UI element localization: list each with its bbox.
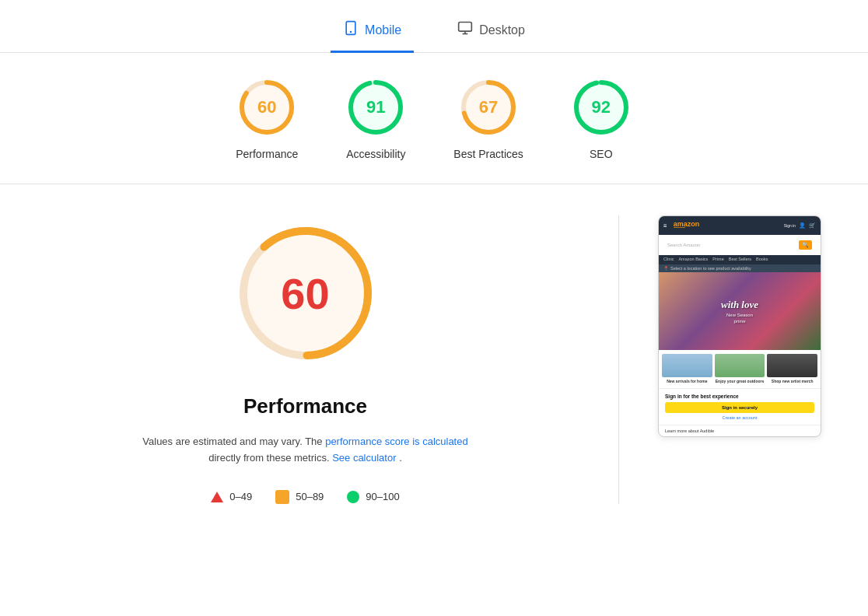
legend-square-icon xyxy=(275,490,289,504)
legend: 0–49 50–89 90–100 xyxy=(211,490,399,504)
signin-button[interactable]: Sign in securely xyxy=(665,402,814,413)
phone-category-3: Shop new artist merch xyxy=(767,354,817,384)
score-value-seo: 92 xyxy=(592,97,611,117)
desktop-icon xyxy=(457,20,473,40)
hamburger-icon: ≡ xyxy=(663,222,667,229)
score-card-best-practices[interactable]: 67 Best Practices xyxy=(453,76,523,160)
large-gauge: 60 xyxy=(228,215,383,371)
category-img-3 xyxy=(767,354,817,377)
location-icon: 📍 xyxy=(663,266,669,271)
tab-mobile-label: Mobile xyxy=(365,23,401,37)
calculator-link[interactable]: See calculator xyxy=(332,452,396,464)
tab-mobile[interactable]: Mobile xyxy=(331,12,414,53)
desc-text-2: directly from these metrics. xyxy=(208,452,332,464)
gauge-performance: 60 xyxy=(236,76,298,138)
score-label-accessibility: Accessibility xyxy=(346,148,405,160)
gauge-best-practices: 67 xyxy=(457,76,520,138)
phone-mockup: ≡ amazon ▔▔▔▔▔ Sign in 👤 🛒 Search Amazon… xyxy=(658,215,821,437)
create-account-link[interactable]: Create an account xyxy=(665,415,814,420)
legend-pass: 90–100 xyxy=(347,491,399,503)
tab-bar: Mobile Desktop xyxy=(0,0,868,53)
tab-desktop-label: Desktop xyxy=(479,23,525,37)
phone-header: ≡ amazon ▔▔▔▔▔ Sign in 👤 🛒 xyxy=(659,216,821,235)
legend-triangle-icon xyxy=(211,492,223,502)
search-icon: 🔍 xyxy=(799,240,812,250)
phone-audible: Learn more about Audible xyxy=(659,425,821,436)
phone-search-bar: Search Amazon 🔍 xyxy=(663,238,816,252)
signin-heading: Sign in for the best experience xyxy=(665,394,814,399)
tab-desktop[interactable]: Desktop xyxy=(445,12,537,53)
legend-circle-icon xyxy=(347,491,359,503)
search-placeholder: Search Amazon xyxy=(667,243,700,247)
mobile-icon xyxy=(343,20,359,40)
performance-score-link[interactable]: performance score is calculated xyxy=(325,436,468,447)
phone-header-right: Sign in 👤 🛒 xyxy=(784,222,816,229)
hero-prime: prime xyxy=(721,319,758,324)
legend-pass-range: 90–100 xyxy=(366,491,399,502)
desc-text: Values are estimated and may vary. The xyxy=(142,436,325,447)
hero-title: with love xyxy=(721,299,758,311)
score-cards: 60 Performance 91 Accessibility 67 Best … xyxy=(0,53,868,184)
gauge-accessibility: 91 xyxy=(345,76,407,138)
score-card-seo[interactable]: 92 SEO xyxy=(570,76,632,160)
account-icon: 👤 xyxy=(799,222,806,229)
audible-text: Learn more about Audible xyxy=(665,429,714,433)
score-label-performance: Performance xyxy=(236,148,298,160)
main-content: 60 Performance Values are estimated and … xyxy=(0,184,868,535)
score-value-accessibility: 91 xyxy=(366,97,385,117)
hero-text: with love New Season prime xyxy=(721,299,758,324)
phone-categories: New arrivals for home Enjoy your great o… xyxy=(659,350,821,388)
large-score-value: 60 xyxy=(281,268,329,319)
score-value-performance: 60 xyxy=(257,97,276,117)
phone-location: 📍 Select a location to see product avail… xyxy=(659,264,821,272)
legend-average: 50–89 xyxy=(275,490,324,504)
svg-rect-2 xyxy=(459,23,472,32)
legend-fail-range: 0–49 xyxy=(229,491,252,502)
legend-average-range: 50–89 xyxy=(296,491,324,502)
score-card-accessibility[interactable]: 91 Accessibility xyxy=(345,76,407,160)
performance-desc: Values are estimated and may vary. The p… xyxy=(142,434,469,467)
phone-hero: with love New Season prime xyxy=(659,272,821,350)
phone-nav: Clinic Amazon Basics Prime Best Sellers … xyxy=(659,255,821,264)
location-text: Select a location to see product availab… xyxy=(670,266,751,271)
cart-icon: 🛒 xyxy=(809,222,816,229)
desc-text-3: . xyxy=(399,452,402,464)
vertical-divider xyxy=(618,215,619,504)
phone-category-2: Enjoy your great outdoors xyxy=(715,354,765,384)
right-panel: ≡ amazon ▔▔▔▔▔ Sign in 👤 🛒 Search Amazon… xyxy=(658,215,821,504)
phone-category-1: New arrivals for home xyxy=(662,354,712,384)
left-panel: 60 Performance Values are estimated and … xyxy=(31,215,579,504)
score-label-seo: SEO xyxy=(590,148,613,160)
legend-fail: 0–49 xyxy=(211,491,252,502)
hero-subtitle: New Season xyxy=(721,313,758,317)
category-img-1 xyxy=(662,354,712,377)
signin-text: Sign in xyxy=(784,223,796,228)
gauge-seo: 92 xyxy=(570,76,632,138)
score-card-performance[interactable]: 60 Performance xyxy=(236,76,298,160)
phone-signin-section: Sign in for the best experience Sign in … xyxy=(659,388,821,425)
score-label-best-practices: Best Practices xyxy=(453,148,523,160)
score-value-best-practices: 67 xyxy=(479,97,498,117)
category-img-2 xyxy=(715,354,765,377)
